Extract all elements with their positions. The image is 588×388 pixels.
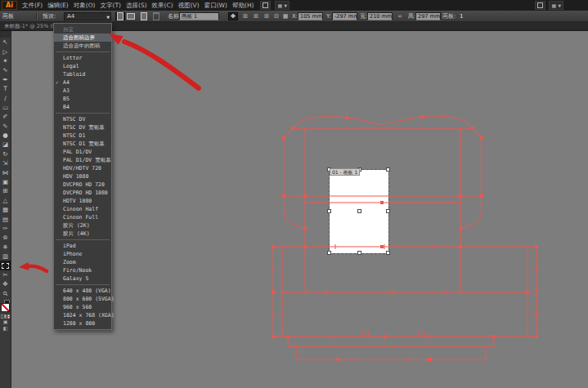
selection-handle[interactable] (357, 209, 361, 213)
preset-option[interactable]: Cineon Full (54, 213, 111, 221)
column-graph-tool[interactable]: ▥ (0, 252, 11, 261)
blend-tool[interactable]: ⊚ (0, 233, 11, 242)
selection-handle[interactable] (386, 251, 390, 255)
delete-artboard-button[interactable] (151, 12, 161, 20)
preset-option[interactable]: Zoom (54, 258, 111, 266)
workspace-menu-button[interactable]: ▦ ▼ (549, 1, 563, 10)
width-input[interactable]: 210 mm (367, 12, 393, 20)
blob-brush-tool[interactable]: ● (0, 131, 11, 140)
preset-option[interactable]: B4 (54, 103, 111, 111)
artboard-tool[interactable] (0, 261, 11, 270)
selection-handle[interactable] (327, 251, 331, 255)
preset-option[interactable]: B5 (54, 95, 111, 103)
menu-window[interactable]: 窗口(W) (202, 0, 230, 11)
preset-option[interactable]: PAL D1/DV (54, 148, 111, 156)
screen-mode-button[interactable]: ◧ (0, 325, 11, 332)
arrange-documents-icon[interactable] (260, 1, 271, 10)
fill-stroke-indicator[interactable] (0, 300, 11, 314)
fill-none-swatch[interactable] (1, 303, 10, 312)
preset-option[interactable]: A3 (54, 87, 111, 95)
preset-dropdown-trigger[interactable]: A4 ▼ (64, 12, 111, 20)
preset-option[interactable]: NTSC DV 宽银幕 (54, 123, 111, 132)
slice-tool[interactable]: ✂ (0, 270, 11, 279)
preset-option[interactable]: 1280 x 800 (54, 319, 111, 328)
eraser-tool[interactable]: ◪ (0, 140, 11, 149)
preset-option[interactable]: NTSC D1 (54, 132, 111, 140)
preset-option[interactable]: HDV/HDTV 720 (54, 164, 111, 172)
eyedropper-tool[interactable]: ✑ (0, 224, 11, 233)
move-artwork-toggle[interactable]: ✥ (228, 12, 238, 20)
preset-option[interactable]: iPad (54, 242, 111, 250)
hand-tool[interactable]: ✥ (0, 279, 11, 288)
menu-view[interactable]: 视图(V) (176, 0, 202, 11)
selection-handle[interactable] (386, 209, 390, 213)
preset-option[interactable]: 胶片 (2K) (54, 221, 111, 230)
menu-effect[interactable]: 效果(C) (150, 0, 176, 11)
landscape-orientation-button[interactable] (126, 12, 136, 20)
preset-option[interactable]: iPhone (54, 250, 111, 258)
preset-option[interactable]: 适合选中的图稿 (54, 42, 111, 50)
preset-option[interactable]: Letter (54, 54, 111, 62)
preset-option[interactable]: Tabloid (54, 70, 111, 78)
rotate-tool[interactable]: ↻ (0, 149, 11, 158)
menu-edit[interactable]: 编辑(E) (45, 0, 71, 11)
zoom-tool[interactable]: ⚲ (0, 289, 11, 298)
free-transform-tool[interactable]: ▣ (0, 177, 11, 186)
lasso-tool[interactable]: ∿ (0, 65, 11, 74)
preset-option[interactable]: NTSC D1 宽银幕 (54, 140, 111, 148)
artboard-options-icon-1[interactable]: ⊞ (240, 12, 250, 20)
line-segment-tool[interactable]: ∕ (0, 93, 11, 102)
workspace-switcher[interactable]: ▦ ▼ (275, 1, 290, 10)
pen-tool[interactable]: ✒ (0, 75, 11, 84)
width-tool[interactable]: ⋈ (0, 167, 11, 176)
selection-tool[interactable]: ↖ (0, 38, 11, 47)
preset-option[interactable]: 胶片 (4K) (54, 230, 111, 238)
preset-option[interactable]: 800 x 600 (SVGA) (54, 295, 111, 303)
selection-handle[interactable] (327, 209, 331, 213)
preset-option[interactable]: ✓A4 (54, 78, 111, 87)
preset-option[interactable]: PAL D1/DV 宽银幕 (54, 156, 111, 164)
preset-option[interactable]: DVCPRO HD 720 (54, 181, 111, 189)
panel-grip[interactable]: ·· (0, 31, 11, 38)
shape-builder-tool[interactable]: ⊞ (0, 186, 11, 195)
height-input[interactable]: 297 mm (415, 12, 441, 20)
perspective-grid-tool[interactable]: △ (0, 196, 11, 205)
menu-type[interactable]: 文字(T) (98, 0, 123, 11)
magic-wand-tool[interactable]: ✶ (0, 56, 11, 65)
none-button[interactable] (7, 314, 10, 319)
preset-option[interactable]: HDTV 1080 (54, 197, 111, 205)
artboard-options-icon-2[interactable]: ⊞ (251, 12, 261, 20)
menu-help[interactable]: 帮助(H) (230, 0, 257, 11)
type-tool[interactable]: T (0, 84, 11, 93)
preset-option[interactable]: DVCPRO HD 1080 (54, 189, 111, 197)
preset-option[interactable]: 1024 x 768 (XGA) (54, 311, 111, 319)
y-input[interactable]: -297 mm (332, 12, 357, 20)
preset-option[interactable]: Fire/Nook (54, 266, 111, 274)
app-bar-icon[interactable] (535, 1, 545, 10)
artboard-name-input[interactable]: 画板 1 (179, 12, 219, 20)
artboard-options-icon-3[interactable]: ⊞ (262, 12, 272, 20)
preset-option[interactable]: Legal (54, 62, 111, 70)
direct-selection-tool[interactable]: ▷ (0, 47, 11, 56)
selection-handle[interactable] (386, 167, 390, 172)
menu-select[interactable]: 选择(S) (123, 0, 150, 11)
menu-object[interactable]: 对象(O) (71, 0, 98, 11)
portrait-orientation-button[interactable] (115, 12, 125, 20)
artboard-grid-icon[interactable]: ▦ (281, 12, 290, 20)
preset-option[interactable]: 640 x 480 (VGA) (54, 287, 111, 295)
x-input[interactable]: 105 mm (298, 12, 323, 20)
new-artboard-button[interactable] (139, 12, 149, 20)
selection-handle[interactable] (357, 251, 361, 255)
pencil-tool[interactable]: ✎ (0, 122, 11, 131)
drawing-mode-button[interactable]: ▣ (0, 319, 11, 325)
preset-option[interactable]: Galaxy S (54, 274, 111, 283)
preset-option[interactable]: 960 x 560 (54, 303, 111, 311)
preset-option[interactable]: HDV 1080 (54, 172, 111, 181)
link-dimensions-icon[interactable]: ∞ (395, 12, 405, 20)
preset-option[interactable]: Cineon Half (54, 205, 111, 213)
menu-file[interactable]: 文件(F) (20, 0, 45, 11)
preset-option[interactable]: 自定 (54, 25, 111, 33)
scale-tool[interactable]: ⇲ (0, 158, 11, 167)
preset-option[interactable]: NTSC DV (54, 115, 111, 123)
mesh-tool[interactable]: ▦ (0, 205, 11, 214)
